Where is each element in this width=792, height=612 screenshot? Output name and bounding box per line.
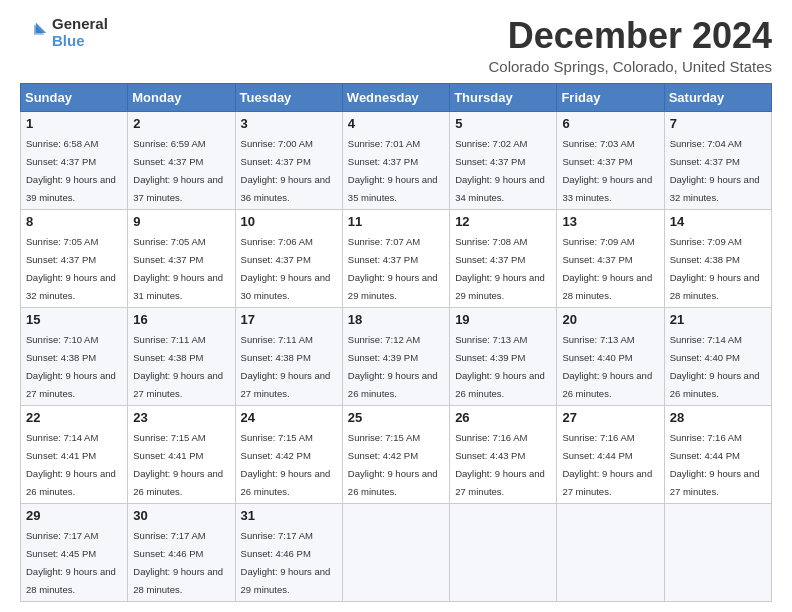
day-detail: Sunrise: 7:12 AM Sunset: 4:39 PM Dayligh…: [348, 334, 438, 399]
day-detail: Sunrise: 7:17 AM Sunset: 4:46 PM Dayligh…: [133, 530, 223, 595]
day-cell-9: 9Sunrise: 7:05 AM Sunset: 4:37 PM Daylig…: [128, 209, 235, 307]
day-number: 28: [670, 410, 766, 425]
day-detail: Sunrise: 7:15 AM Sunset: 4:41 PM Dayligh…: [133, 432, 223, 497]
day-number: 7: [670, 116, 766, 131]
day-detail: Sunrise: 7:14 AM Sunset: 4:40 PM Dayligh…: [670, 334, 760, 399]
day-cell-8: 8Sunrise: 7:05 AM Sunset: 4:37 PM Daylig…: [21, 209, 128, 307]
day-cell-11: 11Sunrise: 7:07 AM Sunset: 4:37 PM Dayli…: [342, 209, 449, 307]
day-number: 25: [348, 410, 444, 425]
title-block: December 2024 Colorado Springs, Colorado…: [489, 16, 773, 75]
day-number: 10: [241, 214, 337, 229]
day-cell-7: 7Sunrise: 7:04 AM Sunset: 4:37 PM Daylig…: [664, 111, 771, 209]
day-detail: Sunrise: 7:13 AM Sunset: 4:39 PM Dayligh…: [455, 334, 545, 399]
day-detail: Sunrise: 7:17 AM Sunset: 4:45 PM Dayligh…: [26, 530, 116, 595]
day-cell-21: 21Sunrise: 7:14 AM Sunset: 4:40 PM Dayli…: [664, 307, 771, 405]
day-number: 4: [348, 116, 444, 131]
column-header-tuesday: Tuesday: [235, 83, 342, 111]
day-detail: Sunrise: 7:01 AM Sunset: 4:37 PM Dayligh…: [348, 138, 438, 203]
logo-text: General Blue: [52, 16, 108, 49]
column-header-sunday: Sunday: [21, 83, 128, 111]
day-cell-24: 24Sunrise: 7:15 AM Sunset: 4:42 PM Dayli…: [235, 405, 342, 503]
day-cell-26: 26Sunrise: 7:16 AM Sunset: 4:43 PM Dayli…: [450, 405, 557, 503]
day-detail: Sunrise: 7:07 AM Sunset: 4:37 PM Dayligh…: [348, 236, 438, 301]
day-detail: Sunrise: 7:11 AM Sunset: 4:38 PM Dayligh…: [241, 334, 331, 399]
day-detail: Sunrise: 7:04 AM Sunset: 4:37 PM Dayligh…: [670, 138, 760, 203]
day-detail: Sunrise: 7:17 AM Sunset: 4:46 PM Dayligh…: [241, 530, 331, 595]
day-detail: Sunrise: 6:59 AM Sunset: 4:37 PM Dayligh…: [133, 138, 223, 203]
logo-blue: Blue: [52, 33, 108, 50]
day-detail: Sunrise: 7:09 AM Sunset: 4:37 PM Dayligh…: [562, 236, 652, 301]
day-number: 29: [26, 508, 122, 523]
week-row-3: 15Sunrise: 7:10 AM Sunset: 4:38 PM Dayli…: [21, 307, 772, 405]
day-number: 19: [455, 312, 551, 327]
week-row-2: 8Sunrise: 7:05 AM Sunset: 4:37 PM Daylig…: [21, 209, 772, 307]
day-cell-23: 23Sunrise: 7:15 AM Sunset: 4:41 PM Dayli…: [128, 405, 235, 503]
day-cell-17: 17Sunrise: 7:11 AM Sunset: 4:38 PM Dayli…: [235, 307, 342, 405]
day-detail: Sunrise: 7:16 AM Sunset: 4:44 PM Dayligh…: [562, 432, 652, 497]
day-number: 5: [455, 116, 551, 131]
day-detail: Sunrise: 7:15 AM Sunset: 4:42 PM Dayligh…: [348, 432, 438, 497]
day-number: 12: [455, 214, 551, 229]
day-detail: Sunrise: 7:05 AM Sunset: 4:37 PM Dayligh…: [26, 236, 116, 301]
day-cell-16: 16Sunrise: 7:11 AM Sunset: 4:38 PM Dayli…: [128, 307, 235, 405]
day-cell-20: 20Sunrise: 7:13 AM Sunset: 4:40 PM Dayli…: [557, 307, 664, 405]
day-cell-15: 15Sunrise: 7:10 AM Sunset: 4:38 PM Dayli…: [21, 307, 128, 405]
day-detail: Sunrise: 6:58 AM Sunset: 4:37 PM Dayligh…: [26, 138, 116, 203]
day-cell-31: 31Sunrise: 7:17 AM Sunset: 4:46 PM Dayli…: [235, 503, 342, 601]
day-number: 2: [133, 116, 229, 131]
svg-marker-1: [34, 24, 45, 35]
day-number: 17: [241, 312, 337, 327]
day-number: 13: [562, 214, 658, 229]
day-cell-3: 3Sunrise: 7:00 AM Sunset: 4:37 PM Daylig…: [235, 111, 342, 209]
day-cell-14: 14Sunrise: 7:09 AM Sunset: 4:38 PM Dayli…: [664, 209, 771, 307]
day-detail: Sunrise: 7:15 AM Sunset: 4:42 PM Dayligh…: [241, 432, 331, 497]
day-cell-13: 13Sunrise: 7:09 AM Sunset: 4:37 PM Dayli…: [557, 209, 664, 307]
day-detail: Sunrise: 7:16 AM Sunset: 4:44 PM Dayligh…: [670, 432, 760, 497]
day-cell-25: 25Sunrise: 7:15 AM Sunset: 4:42 PM Dayli…: [342, 405, 449, 503]
empty-cell: [450, 503, 557, 601]
day-number: 27: [562, 410, 658, 425]
logo-general: General: [52, 16, 108, 33]
day-number: 24: [241, 410, 337, 425]
week-row-1: 1Sunrise: 6:58 AM Sunset: 4:37 PM Daylig…: [21, 111, 772, 209]
day-detail: Sunrise: 7:08 AM Sunset: 4:37 PM Dayligh…: [455, 236, 545, 301]
empty-cell: [557, 503, 664, 601]
column-header-friday: Friday: [557, 83, 664, 111]
day-number: 15: [26, 312, 122, 327]
day-detail: Sunrise: 7:05 AM Sunset: 4:37 PM Dayligh…: [133, 236, 223, 301]
column-header-saturday: Saturday: [664, 83, 771, 111]
column-header-monday: Monday: [128, 83, 235, 111]
day-cell-1: 1Sunrise: 6:58 AM Sunset: 4:37 PM Daylig…: [21, 111, 128, 209]
day-number: 9: [133, 214, 229, 229]
logo-icon: [20, 19, 48, 47]
day-detail: Sunrise: 7:02 AM Sunset: 4:37 PM Dayligh…: [455, 138, 545, 203]
day-number: 26: [455, 410, 551, 425]
empty-cell: [664, 503, 771, 601]
day-cell-22: 22Sunrise: 7:14 AM Sunset: 4:41 PM Dayli…: [21, 405, 128, 503]
day-number: 20: [562, 312, 658, 327]
day-number: 14: [670, 214, 766, 229]
day-cell-19: 19Sunrise: 7:13 AM Sunset: 4:39 PM Dayli…: [450, 307, 557, 405]
day-detail: Sunrise: 7:16 AM Sunset: 4:43 PM Dayligh…: [455, 432, 545, 497]
day-number: 8: [26, 214, 122, 229]
day-number: 1: [26, 116, 122, 131]
day-detail: Sunrise: 7:11 AM Sunset: 4:38 PM Dayligh…: [133, 334, 223, 399]
day-cell-5: 5Sunrise: 7:02 AM Sunset: 4:37 PM Daylig…: [450, 111, 557, 209]
day-cell-6: 6Sunrise: 7:03 AM Sunset: 4:37 PM Daylig…: [557, 111, 664, 209]
day-number: 3: [241, 116, 337, 131]
week-row-5: 29Sunrise: 7:17 AM Sunset: 4:45 PM Dayli…: [21, 503, 772, 601]
empty-cell: [342, 503, 449, 601]
day-cell-29: 29Sunrise: 7:17 AM Sunset: 4:45 PM Dayli…: [21, 503, 128, 601]
day-cell-10: 10Sunrise: 7:06 AM Sunset: 4:37 PM Dayli…: [235, 209, 342, 307]
day-detail: Sunrise: 7:00 AM Sunset: 4:37 PM Dayligh…: [241, 138, 331, 203]
day-detail: Sunrise: 7:13 AM Sunset: 4:40 PM Dayligh…: [562, 334, 652, 399]
logo: General Blue: [20, 16, 108, 49]
day-cell-12: 12Sunrise: 7:08 AM Sunset: 4:37 PM Dayli…: [450, 209, 557, 307]
day-detail: Sunrise: 7:06 AM Sunset: 4:37 PM Dayligh…: [241, 236, 331, 301]
column-header-thursday: Thursday: [450, 83, 557, 111]
day-cell-30: 30Sunrise: 7:17 AM Sunset: 4:46 PM Dayli…: [128, 503, 235, 601]
day-cell-2: 2Sunrise: 6:59 AM Sunset: 4:37 PM Daylig…: [128, 111, 235, 209]
day-number: 11: [348, 214, 444, 229]
day-number: 31: [241, 508, 337, 523]
day-detail: Sunrise: 7:10 AM Sunset: 4:38 PM Dayligh…: [26, 334, 116, 399]
